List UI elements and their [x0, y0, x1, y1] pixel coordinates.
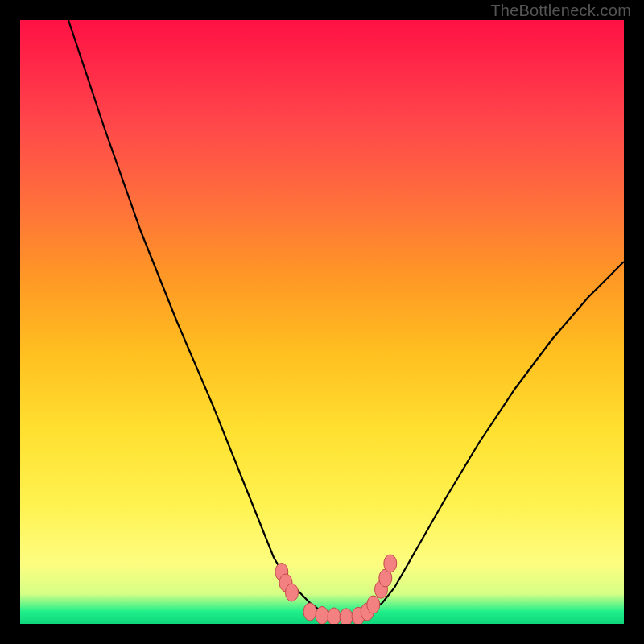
watermark-text: TheBottleneck.com	[490, 2, 631, 20]
chart-svg	[20, 20, 624, 624]
trough-marker	[286, 584, 299, 601]
plot-area	[20, 20, 624, 624]
chart-frame: TheBottleneck.com	[0, 0, 644, 644]
trough-marker	[303, 603, 316, 621]
trough-marker	[367, 596, 380, 613]
curve-left-branch	[68, 20, 346, 618]
trough-marker	[340, 609, 353, 624]
trough-marker	[316, 607, 328, 625]
trough-marker	[328, 608, 341, 624]
curve-group	[68, 20, 624, 618]
trough-marker	[384, 555, 397, 572]
marker-group	[275, 555, 397, 624]
